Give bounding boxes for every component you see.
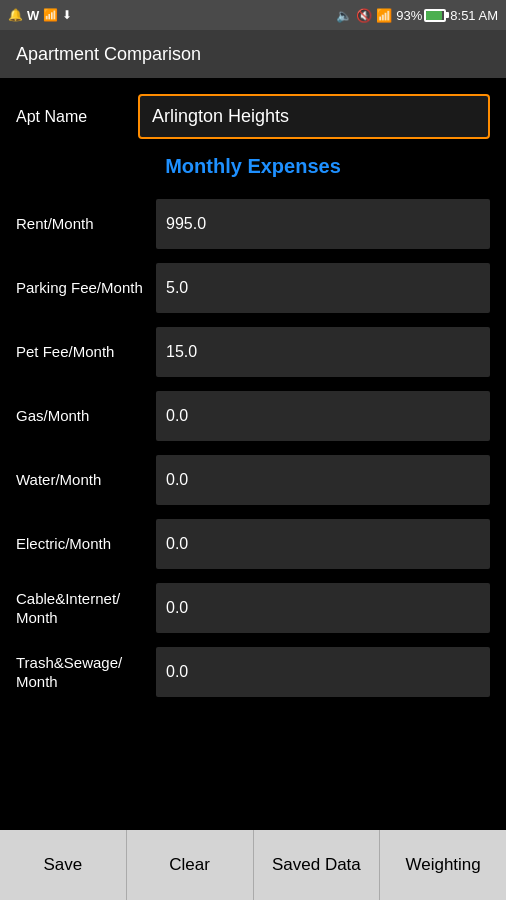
status-right: 🔈 🔇 📶 93% 8:51 AM: [336, 8, 498, 23]
expense-label-rent: Rent/Month: [16, 214, 156, 234]
expense-row-rent: Rent/Month: [16, 194, 490, 254]
volume-icon: 🔈: [336, 8, 352, 23]
apt-name-input[interactable]: [138, 94, 490, 139]
expense-input-gas[interactable]: [156, 391, 490, 441]
monthly-expenses-heading: Monthly Expenses: [16, 155, 490, 178]
expense-input-water[interactable]: [156, 455, 490, 505]
app-bar: Apartment Comparison: [0, 30, 506, 78]
signal-icon: 📶: [376, 8, 392, 23]
expense-label-pet: Pet Fee/Month: [16, 342, 156, 362]
expense-label-trash: Trash&Sewage/Month: [16, 653, 156, 692]
app-title: Apartment Comparison: [16, 44, 201, 65]
time-display: 8:51 AM: [450, 8, 498, 23]
expense-row-water: Water/Month: [16, 450, 490, 510]
battery-fill: [426, 11, 442, 20]
main-content: Apt Name Monthly Expenses Rent/Month Par…: [0, 78, 506, 830]
expense-label-gas: Gas/Month: [16, 406, 156, 426]
save-button[interactable]: Save: [0, 830, 127, 900]
expense-row-gas: Gas/Month: [16, 386, 490, 446]
battery-icon: [424, 9, 446, 22]
expense-input-pet[interactable]: [156, 327, 490, 377]
expense-label-cable: Cable&Internet/Month: [16, 589, 156, 628]
expense-input-electric[interactable]: [156, 519, 490, 569]
saved-data-button[interactable]: Saved Data: [254, 830, 381, 900]
status-icons-left: 🔔 W 📶 ⬇: [8, 8, 72, 23]
expense-row-trash: Trash&Sewage/Month: [16, 642, 490, 702]
apt-name-label: Apt Name: [16, 108, 126, 126]
bottom-bar: Save Clear Saved Data Weighting: [0, 830, 506, 900]
battery-percent: 93%: [396, 8, 422, 23]
expense-input-trash[interactable]: [156, 647, 490, 697]
weighting-button[interactable]: Weighting: [380, 830, 506, 900]
expense-input-parking[interactable]: [156, 263, 490, 313]
clear-button[interactable]: Clear: [127, 830, 254, 900]
alarm-icon: 🔔: [8, 8, 23, 22]
wifi-icon: 📶: [43, 8, 58, 22]
expense-input-rent[interactable]: [156, 199, 490, 249]
expense-row-parking: Parking Fee/Month: [16, 258, 490, 318]
expense-input-cable[interactable]: [156, 583, 490, 633]
mute-icon: 🔇: [356, 8, 372, 23]
w-icon: W: [27, 8, 39, 23]
apt-name-row: Apt Name: [16, 94, 490, 139]
expense-label-water: Water/Month: [16, 470, 156, 490]
expense-row-electric: Electric/Month: [16, 514, 490, 574]
expense-row-pet: Pet Fee/Month: [16, 322, 490, 382]
expense-label-electric: Electric/Month: [16, 534, 156, 554]
battery-container: 93%: [396, 8, 446, 23]
expense-label-parking: Parking Fee/Month: [16, 278, 156, 298]
expense-row-cable: Cable&Internet/Month: [16, 578, 490, 638]
download-icon: ⬇: [62, 8, 72, 22]
status-bar: 🔔 W 📶 ⬇ 🔈 🔇 📶 93% 8:51 AM: [0, 0, 506, 30]
